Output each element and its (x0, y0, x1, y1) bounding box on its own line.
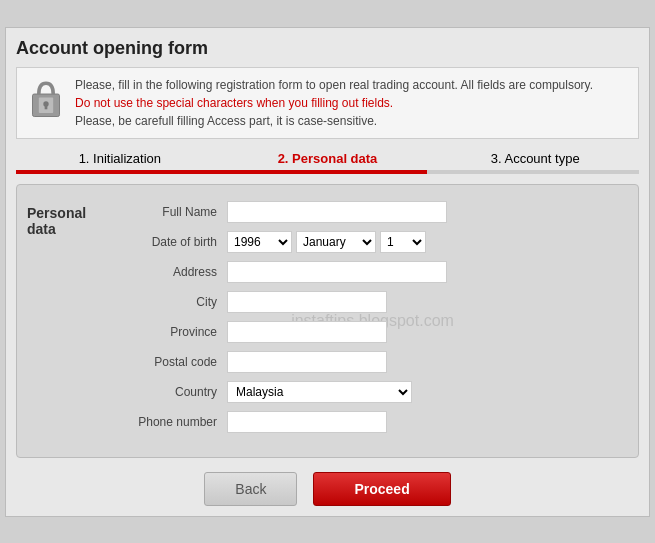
step1-label: 1. Initialization (16, 151, 224, 166)
full-name-label: Full Name (117, 205, 227, 219)
info-note: Please, be carefull filling Access part,… (75, 112, 593, 130)
back-button[interactable]: Back (204, 472, 297, 506)
proceed-button[interactable]: Proceed (313, 472, 450, 506)
steps-bar: 1. Initialization 2. Personal data 3. Ac… (16, 151, 639, 166)
address-label: Address (117, 265, 227, 279)
footer-buttons: Back Proceed (16, 472, 639, 506)
step2-label: 2. Personal data (224, 151, 432, 166)
dob-month-select[interactable]: JanuaryFebruaryMarch AprilMayJune JulyAu… (296, 231, 376, 253)
progress-fill (16, 170, 427, 174)
address-row: Address (117, 261, 628, 283)
section-label: Personal data (27, 201, 117, 441)
city-row: City (117, 291, 628, 313)
form-container: Personal data instaftips.blogspot.com Fu… (16, 184, 639, 458)
dob-day-select[interactable]: 1234 5678 910 (380, 231, 426, 253)
phone-input[interactable] (227, 411, 387, 433)
phone-label: Phone number (117, 415, 227, 429)
info-text: Please, fill in the following registrati… (75, 76, 593, 130)
info-main: Please, fill in the following registrati… (75, 76, 593, 94)
city-label: City (117, 295, 227, 309)
postal-label: Postal code (117, 355, 227, 369)
province-label: Province (117, 325, 227, 339)
page-title: Account opening form (16, 38, 639, 59)
country-row: Country Malaysia United States United Ki… (117, 381, 628, 403)
full-name-row: Full Name (117, 201, 628, 223)
country-select[interactable]: Malaysia United States United Kingdom Si… (227, 381, 412, 403)
lock-icon (27, 76, 65, 121)
province-input[interactable] (227, 321, 387, 343)
phone-row: Phone number (117, 411, 628, 433)
address-input[interactable] (227, 261, 447, 283)
info-warning: Do not use the special characters when y… (75, 94, 593, 112)
svg-rect-3 (45, 103, 48, 108)
form-fields: instaftips.blogspot.com Full Name Date o… (117, 201, 628, 441)
city-input[interactable] (227, 291, 387, 313)
step3-label: 3. Account type (431, 151, 639, 166)
dob-group: 1990199119921993 1994199519961997 199819… (227, 231, 426, 253)
dob-row: Date of birth 1990199119921993 199419951… (117, 231, 628, 253)
progress-bar (16, 170, 639, 174)
country-label: Country (117, 385, 227, 399)
province-row: Province (117, 321, 628, 343)
postal-input[interactable] (227, 351, 387, 373)
dob-year-select[interactable]: 1990199119921993 1994199519961997 199819… (227, 231, 292, 253)
info-box: Please, fill in the following registrati… (16, 67, 639, 139)
full-name-input[interactable] (227, 201, 447, 223)
dob-label: Date of birth (117, 235, 227, 249)
postal-row: Postal code (117, 351, 628, 373)
